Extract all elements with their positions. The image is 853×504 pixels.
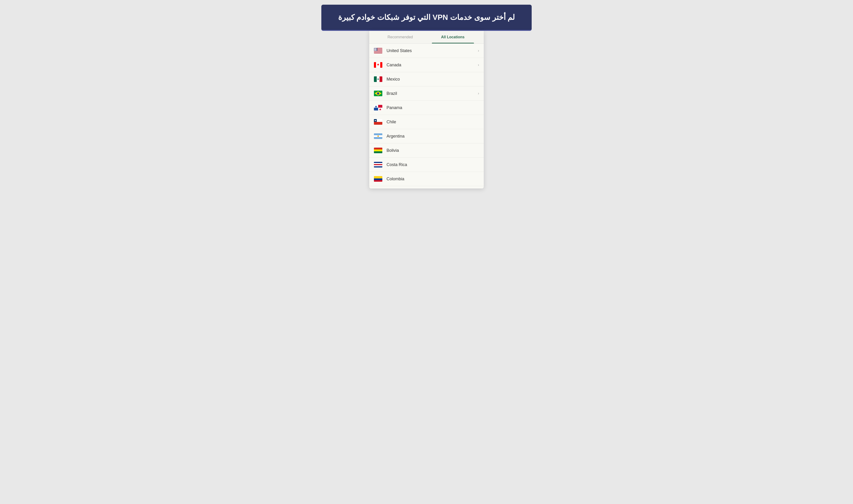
location-item-pa[interactable]: Panama xyxy=(369,101,484,115)
svg-rect-65 xyxy=(380,76,382,82)
location-item-bo[interactable]: Bolivia xyxy=(369,143,484,158)
country-name-ca: Canada xyxy=(386,62,478,68)
svg-point-24 xyxy=(375,49,376,49)
svg-point-25 xyxy=(376,49,376,49)
svg-point-36 xyxy=(375,49,375,50)
chevron-icon-br: › xyxy=(478,91,479,95)
svg-rect-71 xyxy=(378,105,382,108)
svg-point-58 xyxy=(376,51,376,51)
svg-point-69 xyxy=(377,92,379,95)
svg-point-47 xyxy=(374,50,375,51)
svg-point-37 xyxy=(375,49,376,50)
country-name-pa: Panama xyxy=(386,105,479,110)
location-item-mx[interactable]: Mexico xyxy=(369,72,484,86)
svg-point-35 xyxy=(375,49,375,50)
svg-point-31 xyxy=(375,49,376,50)
flag-cl xyxy=(374,119,382,125)
svg-point-41 xyxy=(374,50,375,50)
svg-point-20 xyxy=(376,48,377,49)
svg-rect-90 xyxy=(374,164,382,165)
svg-point-43 xyxy=(375,50,376,50)
svg-point-84 xyxy=(378,136,379,137)
country-name-cr: Costa Rica xyxy=(386,162,479,167)
country-name-ar: Argentina xyxy=(386,134,479,139)
svg-rect-63 xyxy=(374,76,377,82)
svg-point-17 xyxy=(375,48,376,49)
tab-all-locations[interactable]: All Locations xyxy=(426,31,479,43)
header-title: لم أختر سوى خدمات VPN التي توفر شبكات خو… xyxy=(333,12,520,23)
svg-point-55 xyxy=(375,51,375,51)
svg-rect-85 xyxy=(374,148,382,149)
svg-rect-91 xyxy=(374,165,382,166)
svg-point-39 xyxy=(376,49,377,50)
location-item-co[interactable]: Colombia xyxy=(369,172,484,186)
svg-point-26 xyxy=(376,49,377,49)
svg-point-32 xyxy=(376,49,376,50)
location-item-cl[interactable]: Chile xyxy=(369,115,484,129)
location-item-ve[interactable]: Venezuela xyxy=(369,186,484,188)
svg-rect-95 xyxy=(374,180,382,182)
svg-point-22 xyxy=(375,49,375,49)
svg-point-19 xyxy=(376,48,376,49)
svg-point-21 xyxy=(374,49,375,49)
svg-point-66 xyxy=(378,78,379,80)
svg-point-52 xyxy=(376,50,377,51)
chevron-icon-us: › xyxy=(478,49,479,53)
location-item-ar[interactable]: Argentina xyxy=(369,129,484,143)
svg-point-40 xyxy=(376,49,377,50)
country-name-co: Colombia xyxy=(386,177,479,181)
svg-point-8 xyxy=(374,48,375,49)
svg-point-12 xyxy=(376,48,376,49)
svg-point-50 xyxy=(375,50,376,51)
flag-ca xyxy=(374,62,382,68)
svg-point-45 xyxy=(376,50,376,50)
country-name-mx: Mexico xyxy=(386,77,479,82)
svg-point-14 xyxy=(376,48,377,49)
svg-point-11 xyxy=(375,48,376,49)
svg-point-51 xyxy=(376,50,376,51)
flag-us xyxy=(374,48,382,53)
svg-point-42 xyxy=(375,50,375,50)
svg-point-28 xyxy=(374,49,375,50)
svg-rect-82 xyxy=(374,137,382,139)
svg-point-54 xyxy=(374,51,375,51)
flag-br xyxy=(374,91,382,96)
flag-ar xyxy=(374,133,382,139)
location-item-br[interactable]: Brazil › xyxy=(369,86,484,101)
svg-point-29 xyxy=(375,49,375,50)
svg-rect-87 xyxy=(374,151,382,153)
svg-point-33 xyxy=(376,49,377,50)
location-item-cr[interactable]: Costa Rica xyxy=(369,158,484,172)
country-name-us: United States xyxy=(386,48,478,53)
svg-point-27 xyxy=(376,49,377,49)
flag-cr xyxy=(374,162,382,167)
svg-point-48 xyxy=(375,50,375,51)
svg-point-57 xyxy=(375,51,376,51)
svg-rect-80 xyxy=(374,133,382,135)
flag-pa xyxy=(374,105,382,110)
svg-rect-89 xyxy=(374,163,382,164)
svg-point-56 xyxy=(375,51,376,51)
tab-recommended[interactable]: Recommended xyxy=(374,31,426,43)
svg-rect-4 xyxy=(374,51,382,51)
svg-point-9 xyxy=(375,48,375,49)
svg-point-59 xyxy=(376,51,377,51)
location-item-us[interactable]: United States › xyxy=(369,44,484,58)
svg-rect-5 xyxy=(374,52,382,52)
country-name-cl: Chile xyxy=(386,120,479,125)
svg-rect-86 xyxy=(374,149,382,151)
vpn-panel: Recommended All Locations xyxy=(369,31,484,188)
svg-rect-6 xyxy=(374,53,382,53)
svg-point-34 xyxy=(374,49,375,50)
svg-point-15 xyxy=(374,48,375,49)
country-name-br: Brazil xyxy=(386,91,478,96)
svg-point-13 xyxy=(376,48,377,49)
svg-rect-93 xyxy=(374,176,382,178)
svg-point-30 xyxy=(375,49,376,50)
location-item-ca[interactable]: Canada › xyxy=(369,58,484,72)
svg-rect-94 xyxy=(374,178,382,180)
locations-list[interactable]: United States › Canada › xyxy=(369,44,484,188)
svg-point-23 xyxy=(375,49,375,49)
svg-rect-72 xyxy=(374,108,378,110)
flag-co xyxy=(374,176,382,182)
